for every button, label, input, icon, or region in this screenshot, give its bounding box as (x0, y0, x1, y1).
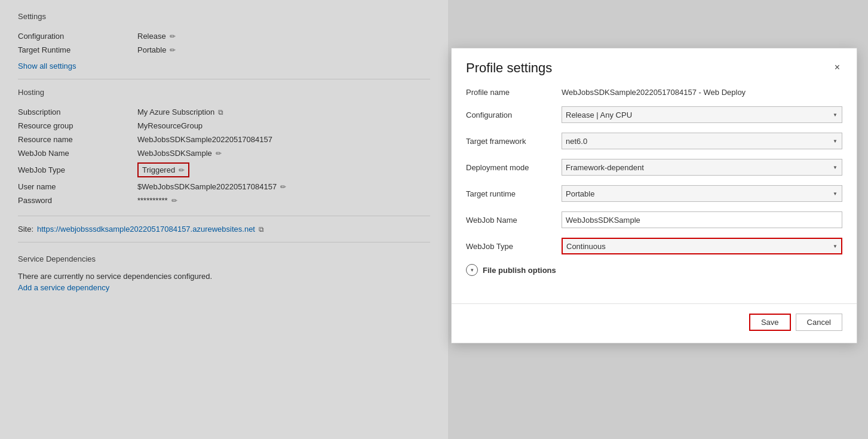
target-runtime-dialog-row: Target runtime Portable linux-x64 win-x6… (466, 185, 842, 202)
save-button[interactable]: Save (749, 314, 791, 331)
dialog-title: Profile settings (466, 60, 552, 76)
target-runtime-dialog-label: Target runtime (466, 189, 562, 198)
deployment-mode-select[interactable]: Framework-dependent Self-contained Ready… (562, 159, 842, 176)
dialog-header: Profile settings × (452, 48, 857, 76)
profile-settings-dialog: Profile settings × Profile name WebJobsS… (451, 48, 857, 343)
configuration-select-wrapper: Release | Any CPU Debug | Any CPU Releas… (562, 106, 842, 123)
webjob-name-input[interactable] (562, 211, 842, 228)
file-publish-chevron-icon: ▾ (466, 264, 478, 276)
configuration-label: Configuration (466, 110, 562, 119)
file-publish-label: File publish options (483, 266, 556, 275)
profile-name-row: Profile name WebJobsSDKSample20220517084… (466, 88, 842, 97)
webjob-name-dialog-label: WebJob Name (466, 216, 562, 225)
deployment-mode-row: Deployment mode Framework-dependent Self… (466, 159, 842, 176)
target-framework-select-wrapper: net6.0 net7.0 net8.0 (562, 133, 842, 149)
cancel-button[interactable]: Cancel (796, 314, 842, 331)
target-framework-row: Target framework net6.0 net7.0 net8.0 (466, 133, 842, 149)
profile-name-value: WebJobsSDKSample20220517084157 - Web Dep… (562, 88, 842, 97)
configuration-select[interactable]: Release | Any CPU Debug | Any CPU Releas… (562, 106, 842, 123)
webjob-type-dialog-row: WebJob Type Continuous Triggered (466, 238, 842, 254)
dialog-footer: Save Cancel (452, 303, 857, 343)
deployment-mode-label: Deployment mode (466, 163, 562, 172)
target-runtime-dialog-select-wrapper: Portable linux-x64 win-x64 (562, 185, 842, 202)
configuration-row: Configuration Release | Any CPU Debug | … (466, 106, 842, 123)
close-button[interactable]: × (832, 60, 842, 75)
target-framework-label: Target framework (466, 137, 562, 146)
webjob-type-select[interactable]: Continuous Triggered (562, 238, 842, 254)
target-runtime-dialog-select[interactable]: Portable linux-x64 win-x64 (562, 185, 842, 202)
file-publish-row[interactable]: ▾ File publish options (466, 264, 842, 276)
deployment-mode-select-wrapper: Framework-dependent Self-contained Ready… (562, 159, 842, 176)
dialog-body: Profile name WebJobsSDKSample20220517084… (452, 76, 857, 297)
target-framework-select[interactable]: net6.0 net7.0 net8.0 (562, 133, 842, 149)
webjob-type-select-wrapper: Continuous Triggered (562, 238, 842, 254)
webjob-type-dialog-label: WebJob Type (466, 242, 562, 251)
profile-name-label: Profile name (466, 88, 562, 97)
webjob-name-dialog-row: WebJob Name (466, 211, 842, 228)
